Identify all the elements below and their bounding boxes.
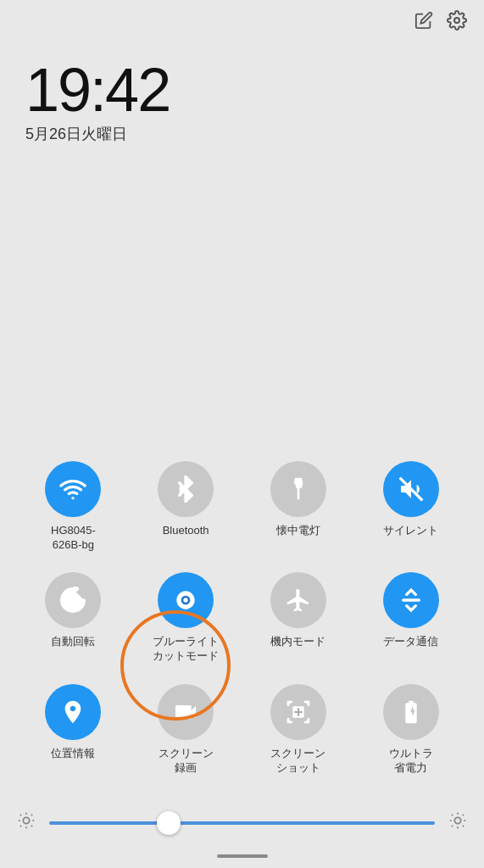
bluelight-button[interactable] — [158, 572, 214, 628]
flashlight-button[interactable] — [270, 461, 326, 517]
qs-item-screenshot: スクリーンショット — [252, 684, 345, 776]
bluetooth-button[interactable] — [158, 461, 214, 517]
clock-time: 19:42 — [25, 59, 459, 120]
brightness-thumb[interactable] — [157, 811, 181, 835]
battery-button[interactable] — [383, 684, 439, 740]
quick-settings: HG8045-626B-bg Bluetooth 懐中電灯 — [0, 444, 484, 804]
home-indicator — [0, 848, 484, 868]
svg-line-14 — [20, 826, 21, 826]
rotation-label: 自動回転 — [51, 635, 95, 649]
screenshot-label: スクリーンショット — [270, 747, 325, 776]
screenrecord-label: スクリーン録画 — [159, 747, 214, 776]
wifi-label: HG8045-626B-bg — [51, 524, 96, 553]
data-label: データ通信 — [383, 635, 438, 649]
qs-item-bluetooth: Bluetooth — [139, 461, 232, 553]
qs-row-3: 位置情報 スクリーン録画 — [17, 684, 467, 776]
airplane-button[interactable] — [270, 572, 326, 628]
silent-label: サイレント — [383, 524, 438, 538]
svg-point-0 — [454, 18, 459, 23]
svg-line-23 — [452, 826, 453, 826]
svg-rect-2 — [70, 597, 76, 606]
battery-label: ウルトラ省電力 — [389, 747, 433, 776]
bluetooth-label: Bluetooth — [163, 524, 209, 538]
svg-line-15 — [31, 815, 32, 815]
top-bar — [0, 0, 484, 42]
qs-item-location: 位置情報 — [26, 684, 120, 776]
home-bar — [217, 854, 268, 858]
brightness-max-icon — [448, 811, 467, 834]
qs-item-flashlight: 懐中電灯 — [252, 461, 345, 553]
qs-item-airplane: 機内モード — [252, 572, 345, 664]
qs-item-bluelight: ブルーライトカットモード — [139, 572, 232, 664]
qs-row-2: 自動回転 ブルーライトカットモード — [17, 572, 467, 664]
clock-date: 5月26日火曜日 — [25, 124, 459, 144]
edit-icon[interactable] — [414, 11, 433, 35]
bluelight-label: ブルーライトカットモード — [153, 635, 219, 664]
svg-point-16 — [454, 817, 460, 823]
svg-line-19 — [452, 815, 453, 815]
svg-line-10 — [20, 815, 21, 815]
brightness-min-icon — [17, 811, 36, 834]
qs-item-screenrecord: スクリーン録画 — [139, 684, 232, 776]
qs-item-rotation: 自動回転 — [26, 572, 120, 664]
data-button[interactable] — [383, 572, 439, 628]
settings-icon[interactable] — [447, 10, 467, 36]
qs-item-battery: ウルトラ省電力 — [364, 684, 458, 776]
silent-button[interactable] — [383, 461, 439, 517]
screenshot-button[interactable] — [270, 684, 326, 740]
location-label: 位置情報 — [51, 747, 95, 761]
screenrecord-button[interactable] — [158, 684, 214, 740]
svg-line-11 — [31, 826, 32, 826]
rotation-button[interactable] — [45, 572, 101, 628]
location-button[interactable] — [45, 684, 101, 740]
qs-item-data: データ通信 — [364, 572, 458, 664]
wifi-button[interactable] — [45, 461, 101, 517]
qs-row-1: HG8045-626B-bg Bluetooth 懐中電灯 — [17, 461, 467, 553]
flashlight-label: 懐中電灯 — [276, 524, 320, 538]
svg-point-5 — [183, 598, 187, 603]
airplane-label: 機内モード — [270, 635, 325, 649]
svg-line-20 — [463, 826, 464, 826]
svg-line-24 — [463, 815, 464, 815]
brightness-slider[interactable] — [49, 821, 435, 825]
time-section: 19:42 5月26日火曜日 — [0, 42, 484, 153]
phone-frame: 19:42 5月26日火曜日 HG8045-626B-bg Blueto — [0, 0, 484, 868]
qs-item-wifi: HG8045-626B-bg — [26, 461, 120, 553]
svg-point-7 — [23, 817, 29, 823]
brightness-bar — [0, 804, 484, 848]
qs-item-silent: サイレント — [364, 461, 458, 553]
